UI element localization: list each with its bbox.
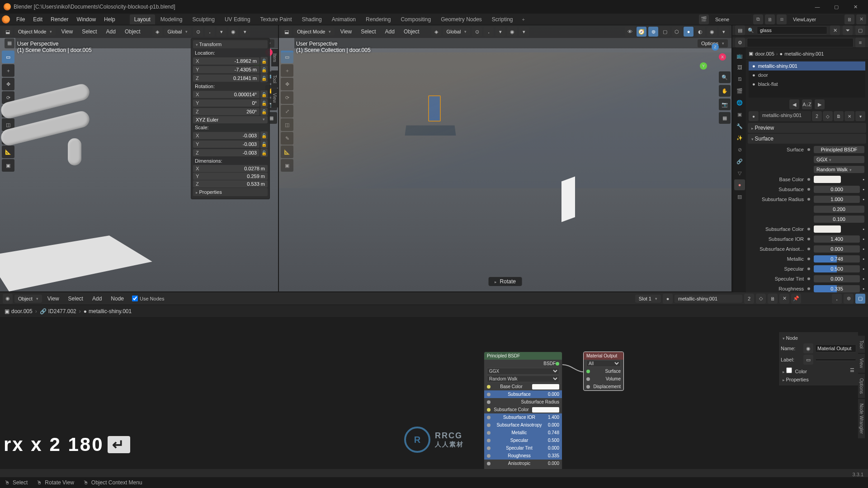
tab-uv-editing[interactable]: UV Editing [220, 14, 255, 24]
ne-menu-add[interactable]: Add [89, 294, 105, 304]
lock-icon[interactable]: 🔓 [260, 99, 268, 107]
node-canvas[interactable]: rx x 2 180↵ Principled BSDF BSDF GGX Ran… [0, 318, 868, 469]
snap-icon[interactable]: ⸼ [484, 27, 494, 37]
tab-scripting[interactable]: Scripting [487, 14, 518, 24]
clear-search-icon[interactable]: ✕ [830, 25, 840, 35]
scene-icon[interactable]: 🎬 [699, 14, 709, 24]
props-tab-output[interactable]: 🖼 [734, 62, 745, 73]
specular-tint[interactable]: 0.000 [814, 275, 860, 282]
tab-sculpting[interactable]: Sculpting [188, 14, 219, 24]
menu-window[interactable]: Window [73, 14, 99, 24]
props-tab-viewlayer[interactable]: 🖻 [734, 74, 745, 84]
material-browse-icon[interactable]: ● [663, 294, 673, 304]
viewlayer-new-icon[interactable]: 🗎 [844, 14, 854, 24]
rotation-z[interactable]: Z260° [193, 108, 259, 115]
outliner-display-mode-icon[interactable]: ▤ [735, 25, 745, 35]
npanel-tab-tool[interactable]: Tool [271, 70, 278, 88]
dim-y[interactable]: Y0.259 m [193, 173, 268, 180]
ssr-2[interactable]: 0.100 [814, 216, 864, 223]
snap-opts-icon[interactable]: ▾ [495, 27, 505, 37]
overlays-toggle-icon[interactable]: ⊚ [648, 27, 658, 37]
sub-color-swatch[interactable] [814, 225, 841, 233]
node-side-header[interactable]: Node [781, 334, 856, 342]
menu-help[interactable]: Help [100, 14, 119, 24]
add-workspace-button[interactable]: + [519, 15, 528, 24]
node-label-input[interactable] [815, 358, 856, 361]
scale-z[interactable]: Z-0.003 [193, 149, 259, 156]
snap-options-icon[interactable]: ▾ [217, 27, 226, 37]
lock-icon[interactable]: 🔓 [260, 149, 268, 157]
node-input-volume[interactable]: Volume [606, 376, 621, 381]
scale-y[interactable]: Y-0.003 [193, 141, 259, 148]
vp-menu-object[interactable]: Object [400, 27, 423, 37]
distribution[interactable]: GGX [814, 156, 864, 163]
ne-menu-select[interactable]: Select [65, 294, 87, 304]
vp-menu-select[interactable]: Select [357, 27, 379, 37]
n-panel-header[interactable]: Transform [193, 40, 268, 48]
color-toggle[interactable]: Color☰ [781, 366, 856, 375]
props-tab-render[interactable]: 📺 [734, 50, 745, 61]
props-tab-modifiers[interactable]: 🔧 [734, 121, 745, 131]
slot-selector[interactable]: Slot 1 [635, 295, 661, 303]
side-tab-tool[interactable]: Tool [858, 336, 865, 353]
vp-menu-add[interactable]: Add [382, 27, 398, 37]
material-fake-user-icon[interactable]: ◇ [823, 111, 833, 121]
scale-x[interactable]: X-0.003 [193, 132, 259, 139]
props-editor-icon[interactable]: ⚙ [735, 38, 745, 47]
lock-icon[interactable]: 🔓 [260, 131, 268, 140]
material-browse-icon[interactable]: ● [749, 111, 759, 121]
material-slot[interactable]: ●door [749, 70, 865, 80]
material-name[interactable]: metallic-shiny.001 [675, 295, 742, 303]
proportional-edit-icon[interactable]: ◉ [228, 27, 238, 37]
node-link[interactable] [562, 359, 583, 373]
vp-menu-select[interactable]: Select [78, 27, 100, 37]
side-tab-options[interactable]: Options [858, 374, 865, 398]
breadcrumb-item[interactable]: ●metallic-shiny.001 [84, 308, 132, 314]
dot-icon[interactable] [807, 178, 810, 181]
tab-geometry-nodes[interactable]: Geometry Nodes [436, 14, 486, 24]
viewport-right[interactable]: ⬓ Object Mode View Select Add Object ◈ G… [279, 25, 732, 291]
close-button[interactable]: ✕ [846, 2, 864, 12]
lock-icon[interactable]: 🔓 [260, 108, 268, 116]
menu-edit[interactable]: Edit [29, 14, 46, 24]
base-color-swatch[interactable] [814, 176, 841, 183]
editor-type-icon[interactable]: ⬓ [3, 27, 13, 37]
viewlayer-icon[interactable]: ⧇ [777, 14, 787, 24]
ssr-1[interactable]: 0.200 [814, 206, 864, 213]
pivot-icon[interactable]: ⊙ [193, 27, 203, 37]
rotation-y[interactable]: Y0° [193, 99, 259, 107]
unlink-material-icon[interactable]: ✕ [779, 294, 789, 304]
npanel-tab-view[interactable]: View [271, 89, 278, 108]
location-y[interactable]: Y-7.4305 m [193, 66, 259, 73]
lock-icon[interactable]: 🔓 [260, 74, 268, 82]
slot-nav-right-icon[interactable]: ▶ [815, 99, 825, 109]
rotation-mode[interactable]: XYZ Euler [193, 116, 268, 123]
material-slot-empty[interactable] [749, 89, 865, 98]
node-header[interactable]: Material Output [584, 352, 623, 360]
ss-aniso[interactable]: 0.000 [814, 245, 860, 253]
new-material-icon[interactable]: 🗎 [768, 294, 778, 304]
props-tab-constraints[interactable]: 🔗 [734, 156, 745, 167]
fake-user-icon[interactable]: ◇ [756, 294, 766, 304]
tab-texture-paint[interactable]: Texture Paint [256, 14, 297, 24]
visibility-icon[interactable]: 👁 [625, 27, 635, 37]
dim-z[interactable]: Z0.533 m [193, 180, 268, 188]
dot-icon[interactable] [807, 148, 810, 151]
roughness[interactable]: 0.335 [814, 285, 860, 292]
nav-gizmo[interactable]: X Y Z [698, 42, 726, 70]
viewlayer-delete-icon[interactable]: ✕ [856, 14, 866, 24]
last-operator-redo-panel[interactable]: Rotate [488, 277, 522, 286]
ne-menu-view[interactable]: View [44, 294, 63, 304]
ss-ior[interactable]: 1.400 [814, 235, 860, 243]
props-tab-data[interactable]: ▽ [734, 168, 745, 178]
vp-menu-view[interactable]: View [336, 27, 355, 37]
backdrop-icon[interactable]: ▢ [855, 294, 865, 304]
editor-type-icon[interactable]: ⬓ [282, 27, 292, 37]
orientation-icon[interactable]: ◈ [152, 27, 162, 37]
zoom-icon[interactable]: 🔍 [719, 71, 731, 83]
lock-icon[interactable]: 🔓 [260, 66, 268, 74]
side-tab-node-wrangler[interactable]: Node Wrangler [858, 399, 865, 438]
viewport-left[interactable]: ⬓ Object Mode View Select Add Object ◈ G… [0, 25, 279, 291]
material-slot-list[interactable]: ●metallic-shiny.001 ●door ●black-flat [749, 61, 865, 98]
props-tab-scene[interactable]: 🎬 [734, 85, 745, 96]
